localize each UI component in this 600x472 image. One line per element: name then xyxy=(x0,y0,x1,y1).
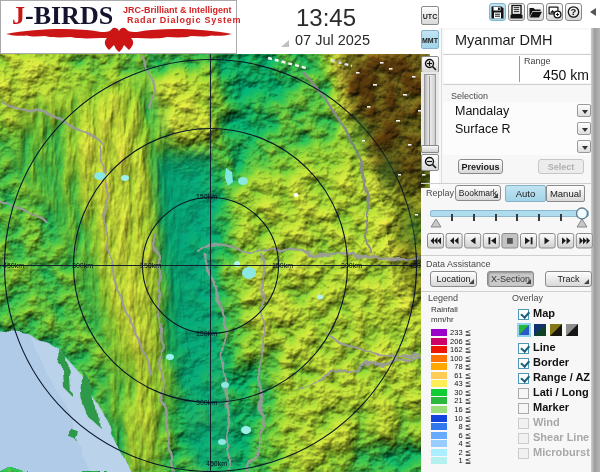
svg-text:150km: 150km xyxy=(196,193,217,200)
svg-text:150km: 150km xyxy=(196,330,217,337)
svg-text:450km: 450km xyxy=(3,262,24,269)
svg-text:?: ? xyxy=(571,6,577,17)
svg-text:450km: 450km xyxy=(206,460,227,467)
svg-text:300km: 300km xyxy=(341,262,362,269)
svg-text:300km: 300km xyxy=(72,262,93,269)
svg-text:150km: 150km xyxy=(140,262,161,269)
svg-text:150km: 150km xyxy=(272,262,293,269)
svg-text:300km: 300km xyxy=(196,399,217,406)
